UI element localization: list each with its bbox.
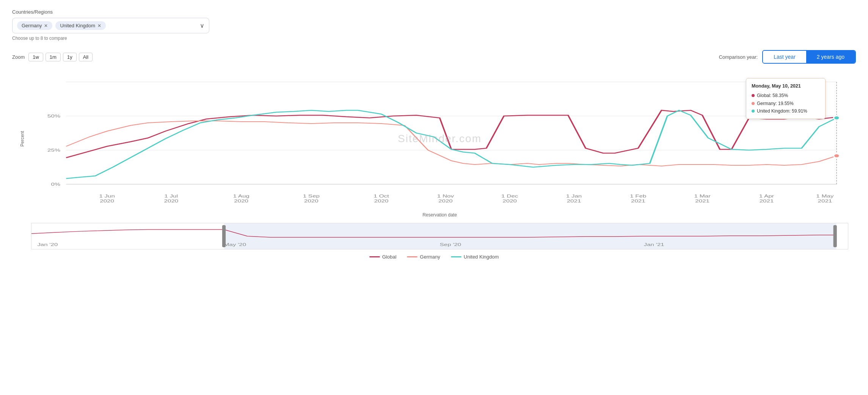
- legend-uk: United Kingdom: [451, 254, 499, 260]
- svg-text:2020: 2020: [164, 199, 179, 203]
- legend-uk-line: [451, 256, 461, 257]
- legend-germany: Germany: [407, 254, 440, 260]
- svg-text:Jan '21: Jan '21: [644, 242, 664, 247]
- svg-text:2020: 2020: [438, 199, 453, 203]
- chart-wrapper: Percent 0% 25% 50% 1 Jun 2020 1 Jul 2020…: [31, 67, 848, 218]
- svg-text:1 Sep: 1 Sep: [303, 194, 320, 198]
- mini-chart-container: Jan '20 May '20 Sep '20 Jan '21: [31, 223, 848, 249]
- svg-text:0%: 0%: [51, 182, 61, 187]
- tooltip-global-row: Global: 58.35%: [752, 92, 820, 99]
- svg-text:2021: 2021: [760, 199, 774, 203]
- tooltip-germany-row: Germany: 19.55%: [752, 100, 820, 107]
- tooltip-germany-value: Germany: 19.55%: [757, 100, 794, 107]
- zoom-1y-button[interactable]: 1y: [63, 53, 77, 61]
- svg-text:1 Jun: 1 Jun: [99, 194, 115, 198]
- legend-global-line: [369, 256, 380, 257]
- tooltip-title: Monday, May 10, 2021: [752, 82, 820, 90]
- tooltip: Monday, May 10, 2021 Global: 58.35% Germ…: [746, 78, 826, 119]
- svg-text:1 Aug: 1 Aug: [233, 194, 249, 198]
- svg-text:1 Dec: 1 Dec: [501, 194, 518, 198]
- y-axis-label: Percent: [20, 131, 25, 146]
- svg-text:50%: 50%: [47, 114, 60, 118]
- tooltip-global-value: Global: 58.35%: [757, 92, 788, 99]
- germany-tag-label: Germany: [22, 23, 42, 28]
- svg-text:2020: 2020: [100, 199, 114, 203]
- svg-text:1 Mar: 1 Mar: [694, 194, 711, 198]
- zoom-all-button[interactable]: All: [79, 53, 93, 61]
- main-chart-svg: 0% 25% 50% 1 Jun 2020 1 Jul 2020 1 Aug 2…: [31, 67, 848, 211]
- svg-rect-38: [833, 225, 837, 247]
- uk-tag[interactable]: United Kingdom ✕: [55, 21, 106, 30]
- uk-remove-icon[interactable]: ✕: [97, 23, 101, 28]
- germany-tag[interactable]: Germany ✕: [17, 21, 52, 30]
- svg-text:1 Feb: 1 Feb: [630, 194, 646, 198]
- tooltip-uk-value: United Kingdom: 59.91%: [757, 107, 807, 115]
- section-label: Countries/Regions: [12, 9, 856, 15]
- uk-dot: [752, 110, 755, 113]
- svg-text:Jan '20: Jan '20: [37, 242, 58, 247]
- uk-tag-label: United Kingdom: [60, 23, 95, 28]
- svg-text:1 Nov: 1 Nov: [437, 194, 454, 198]
- legend-uk-label: United Kingdom: [464, 254, 499, 260]
- zoom-label: Zoom: [12, 54, 25, 60]
- zoom-1m-button[interactable]: 1m: [46, 53, 61, 61]
- last-year-button[interactable]: Last year: [763, 51, 806, 63]
- germany-dot: [752, 102, 755, 105]
- svg-text:2020: 2020: [304, 199, 319, 203]
- main-container: Countries/Regions Germany ✕ United Kingd…: [0, 0, 868, 269]
- legend-global-label: Global: [382, 254, 397, 260]
- svg-rect-36: [224, 223, 836, 249]
- legend-germany-label: Germany: [420, 254, 440, 260]
- comparison-buttons: Last year 2 years ago: [762, 50, 856, 64]
- tooltip-uk-row: United Kingdom: 59.91%: [752, 107, 820, 115]
- svg-text:2020: 2020: [374, 199, 389, 203]
- svg-text:1 May: 1 May: [816, 194, 834, 198]
- svg-text:1 Jul: 1 Jul: [165, 194, 178, 198]
- mini-chart-svg: Jan '20 May '20 Sep '20 Jan '21: [31, 223, 848, 249]
- dropdown-arrow-icon[interactable]: ∨: [200, 22, 204, 29]
- x-axis-label: Reservation date: [31, 212, 848, 218]
- zoom-1w-button[interactable]: 1w: [28, 53, 43, 61]
- global-dot: [752, 94, 755, 97]
- svg-text:2021: 2021: [818, 199, 832, 203]
- svg-text:2021: 2021: [631, 199, 645, 203]
- svg-text:2021: 2021: [695, 199, 709, 203]
- chart-controls: Zoom 1w 1m 1y All Comparison year: Last …: [12, 50, 856, 64]
- svg-text:2020: 2020: [234, 199, 248, 203]
- legend-global: Global: [369, 254, 397, 260]
- zoom-controls: Zoom 1w 1m 1y All: [12, 53, 93, 61]
- svg-text:Sep '20: Sep '20: [440, 242, 461, 247]
- svg-text:1 Oct: 1 Oct: [374, 194, 389, 198]
- svg-point-35: [834, 116, 840, 120]
- svg-text:May '20: May '20: [224, 242, 246, 247]
- country-filter[interactable]: Germany ✕ United Kingdom ✕ ∨: [12, 18, 209, 33]
- comparison-section: Comparison year: Last year 2 years ago: [719, 50, 856, 64]
- legend-germany-line: [407, 256, 418, 257]
- two-years-ago-button[interactable]: 2 years ago: [806, 51, 855, 63]
- svg-text:1 Apr: 1 Apr: [759, 194, 774, 198]
- svg-text:1 Jan: 1 Jan: [566, 194, 582, 198]
- filter-hint: Choose up to 8 to compare: [12, 36, 856, 41]
- legend: Global Germany United Kingdom: [12, 254, 856, 260]
- svg-text:2021: 2021: [567, 199, 581, 203]
- svg-text:2020: 2020: [502, 199, 517, 203]
- germany-remove-icon[interactable]: ✕: [44, 23, 48, 28]
- svg-text:25%: 25%: [47, 148, 60, 152]
- comparison-label: Comparison year:: [719, 54, 758, 60]
- svg-point-34: [834, 154, 840, 158]
